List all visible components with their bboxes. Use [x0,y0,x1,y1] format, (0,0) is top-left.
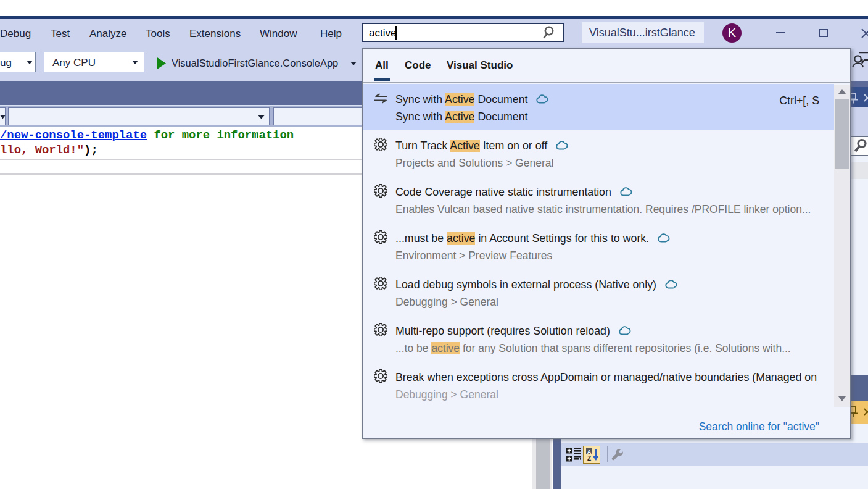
svg-text:Z: Z [587,455,591,461]
svg-text:A: A [587,449,592,455]
